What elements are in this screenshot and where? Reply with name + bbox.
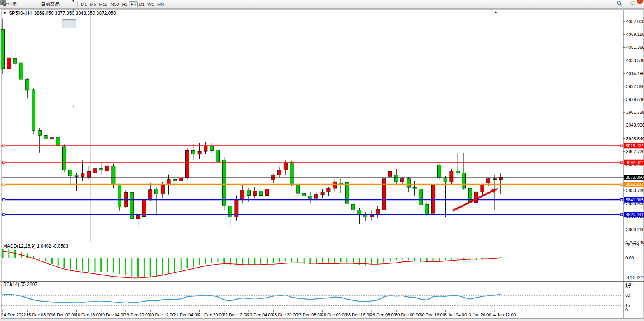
candle-body xyxy=(87,171,91,177)
timeframe-button-h1[interactable]: H1 xyxy=(120,1,129,7)
text-button[interactable]: A xyxy=(62,85,76,93)
candle-body xyxy=(456,171,460,173)
price-axis-label: 4087.000 xyxy=(626,19,644,24)
autotrade-label: 自动交易 xyxy=(41,1,60,7)
autotrade-button[interactable]: 自动交易 xyxy=(31,0,62,9)
line-handle[interactable] xyxy=(620,145,623,147)
label-button[interactable]: T xyxy=(62,93,76,102)
search-icon xyxy=(618,1,625,7)
candle-body xyxy=(401,179,404,182)
line-handle[interactable] xyxy=(3,213,5,216)
pane-collapse-icon[interactable]: ▲ xyxy=(494,11,497,14)
toolbar-separator xyxy=(63,37,63,42)
horizontal-line-button[interactable] xyxy=(62,51,76,59)
candle-body xyxy=(382,179,386,210)
timeframe-button-m1[interactable]: M1 xyxy=(79,1,88,7)
candle-body xyxy=(241,190,244,200)
candle-body xyxy=(81,174,84,176)
timeframe-button-m5[interactable]: M5 xyxy=(88,1,97,7)
line-handle[interactable] xyxy=(3,199,5,201)
candle-body xyxy=(210,146,214,150)
shapes-button[interactable]: ▾ xyxy=(62,102,76,111)
candle-body xyxy=(444,178,447,182)
rsi-indicator-label: RSI(14) 55.2207 xyxy=(3,282,37,287)
symbol-dropdown-icon[interactable]: ▼ xyxy=(3,11,7,15)
templates-button[interactable]: ▾ xyxy=(62,5,76,14)
candle-body xyxy=(93,169,97,173)
date-axis-label: 22 Dec 12:00 xyxy=(223,312,248,317)
line-handle[interactable] xyxy=(620,183,623,185)
price-axis-label: 4033.540 xyxy=(626,58,644,63)
timeframe-button-mn[interactable]: MN xyxy=(156,1,165,7)
candle-body xyxy=(462,173,466,188)
date-axis-label: 4 Jan 12:00 xyxy=(493,312,516,317)
search-button[interactable] xyxy=(616,0,627,9)
periods-dropdown-icon[interactable]: ▾ xyxy=(72,0,74,3)
rsi-axis-label: 50 xyxy=(625,293,630,298)
candle-body xyxy=(487,179,490,183)
candle-body xyxy=(167,180,170,185)
candle-body xyxy=(136,216,140,219)
date-axis-label: 19 Dec 20:00 xyxy=(125,312,150,317)
candle-body xyxy=(327,188,330,192)
current-price-badge-text: 3872.050 xyxy=(626,175,644,180)
price-badge-3862.233-text: 3862.233 xyxy=(626,182,644,187)
candle-body xyxy=(198,151,201,154)
price-axis-label: 3997.360 xyxy=(626,84,644,89)
autotrade-icon xyxy=(33,1,40,7)
candle-body xyxy=(186,150,189,178)
shapes-dropdown-icon[interactable]: ▾ xyxy=(72,104,74,108)
green-signal-button[interactable] xyxy=(19,9,31,17)
candle-body xyxy=(149,190,152,200)
timeframe-button-h4[interactable]: H4 xyxy=(129,1,137,7)
candle-body xyxy=(296,185,300,193)
candle-body xyxy=(309,196,312,198)
candle-body xyxy=(247,190,251,196)
toolbar-right-group: 1 xyxy=(616,0,643,9)
line-handle[interactable] xyxy=(620,161,623,164)
timeframe-button-m30[interactable]: M30 xyxy=(109,1,120,7)
date-axis-label: 21 Dec 04:00 xyxy=(174,312,199,317)
line-handle[interactable] xyxy=(620,213,623,216)
candle-body xyxy=(68,170,72,176)
line-handle[interactable] xyxy=(3,183,5,185)
line-handle[interactable] xyxy=(3,161,5,164)
notification-badge: 1 xyxy=(637,0,643,4)
channel-button[interactable]: E xyxy=(62,68,76,76)
candle-body xyxy=(395,175,398,182)
blue-window-button[interactable] xyxy=(19,0,31,9)
date-axis-label: 16 Dec 16:00 xyxy=(75,312,101,317)
timeframe-button-m15[interactable]: M15 xyxy=(98,1,109,7)
chat-button[interactable]: 1 xyxy=(630,0,641,9)
cursor-button[interactable] xyxy=(62,19,76,28)
candle-body xyxy=(99,169,103,170)
fibonacci-button[interactable]: F xyxy=(62,76,76,85)
candle-body xyxy=(278,170,281,175)
crosshair-button[interactable] xyxy=(62,28,76,37)
price-badge-3841.065-text: 3841.065 xyxy=(626,198,644,202)
candle-body xyxy=(314,195,318,198)
line-handle[interactable] xyxy=(3,145,5,147)
date-axis-label: 29 Dec 08:00 xyxy=(370,312,396,317)
crosshair-icon xyxy=(64,29,71,35)
date-axis-label: 23 Dec 20:00 xyxy=(272,312,297,317)
trendline-icon xyxy=(64,60,71,67)
cursor-icon xyxy=(64,21,71,27)
periods-button[interactable]: ▾ xyxy=(62,0,76,5)
vertical-line-button[interactable] xyxy=(62,42,76,51)
candle-body xyxy=(388,171,392,176)
candle-body xyxy=(468,188,472,203)
candle-body xyxy=(38,130,41,135)
trendline-button[interactable] xyxy=(62,59,76,68)
date-axis-label: 14 Dec 2022 xyxy=(2,312,26,317)
line-handle[interactable] xyxy=(620,199,623,201)
macd-axis-label: 0.00 xyxy=(625,256,634,260)
candle-body xyxy=(105,166,109,171)
timeframe-button-w1[interactable]: W1 xyxy=(146,1,156,7)
date-axis-label: 20 Dec 12:00 xyxy=(149,312,174,317)
candle-body xyxy=(493,179,497,180)
templates-dropdown-icon[interactable]: ▾ xyxy=(72,8,74,11)
label-icon: T xyxy=(64,95,71,101)
price-axis-label: 3979.540 xyxy=(626,97,644,102)
timeframe-button-d1[interactable]: D1 xyxy=(138,1,146,7)
